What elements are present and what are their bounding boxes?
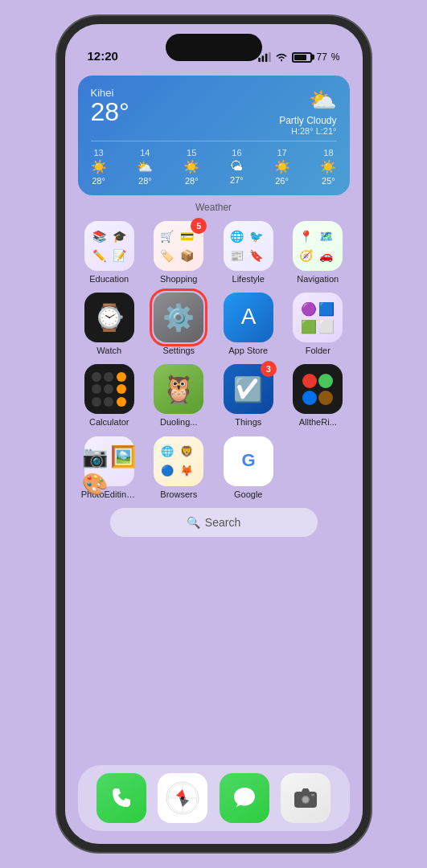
app-grid-row3: Calculator 🦉 Duoling... 3 ☑️ Things xyxy=(78,364,350,428)
shopping-icon: 5 🛒💳 🏷️📦 xyxy=(154,221,203,271)
app-things[interactable]: 3 ☑️ Things xyxy=(217,364,281,428)
phone-frame: 12:20 77% xyxy=(57,16,371,852)
weather-condition-icon: ⛅ xyxy=(279,87,336,113)
svg-rect-3 xyxy=(269,52,272,62)
duolingo-icon: 🦉 xyxy=(154,364,203,414)
folder-label: Folder xyxy=(306,346,331,356)
svg-rect-1 xyxy=(262,55,265,62)
photoediting-icon: 📷🖼️ 🎨 xyxy=(84,436,134,486)
duolingo-label: Duoling... xyxy=(160,417,197,428)
app-lifestyle[interactable]: 🌐🐦 📰🔖 Lifestyle xyxy=(217,221,281,285)
app-folder[interactable]: 🟣🟦 🟩⬜ Folder xyxy=(286,293,350,356)
dock-camera[interactable] xyxy=(281,773,331,823)
alltheri-label: AlltheRi... xyxy=(299,417,337,428)
alltheri-icon xyxy=(293,364,343,414)
appstore-label: App Store xyxy=(228,346,268,356)
orange-circle xyxy=(318,391,333,405)
education-icon: 📚🎓 ✏️📝 xyxy=(84,221,134,271)
camera-icon xyxy=(292,784,319,812)
svg-point-12 xyxy=(181,796,184,800)
app-settings[interactable]: ⚙️ Settings xyxy=(147,293,211,356)
navigation-label: Navigation xyxy=(297,274,339,285)
search-bar[interactable]: 🔍 Search xyxy=(110,508,318,537)
search-label: Search xyxy=(205,516,240,529)
app-appstore[interactable]: A App Store xyxy=(217,293,281,356)
dock-safari[interactable] xyxy=(158,773,207,823)
shopping-label: Shopping xyxy=(160,274,198,285)
dynamic-island xyxy=(166,34,262,61)
app-empty-slot xyxy=(286,436,350,500)
app-alltheri[interactable]: AlltheRi... xyxy=(286,364,350,428)
status-icons: 77% xyxy=(258,51,339,63)
blue-circle xyxy=(302,391,317,405)
appstore-icon: A xyxy=(224,293,273,342)
app-google[interactable]: G Google xyxy=(217,436,281,500)
calculator-icon xyxy=(84,364,134,414)
browsers-icon: 🌐🦁 🔵🦊 xyxy=(154,436,203,486)
app-calculator[interactable]: Calculator xyxy=(78,364,142,428)
education-label: Education xyxy=(89,274,129,285)
things-badge: 3 xyxy=(261,361,277,377)
app-education[interactable]: 📚🎓 ✏️📝 Education xyxy=(78,221,142,285)
forecast-day-6: 18 ☀️ 25° xyxy=(320,148,336,186)
appstore-svg: A xyxy=(234,303,263,332)
battery-icon xyxy=(292,52,312,63)
settings-highlight-ring xyxy=(150,289,207,346)
red-circle xyxy=(302,374,317,388)
app-duolingo[interactable]: 🦉 Duoling... xyxy=(147,364,211,428)
phone-screen: 12:20 77% xyxy=(65,24,363,844)
forecast-day-3: 15 ☀️ 28° xyxy=(183,148,199,186)
app-watch[interactable]: ⌚ Watch xyxy=(78,293,142,356)
safari-icon xyxy=(166,781,199,815)
navigation-icon: 📍🗺️ 🧭🚗 xyxy=(293,221,343,271)
app-browsers[interactable]: 🌐🦁 🔵🦊 Browsers xyxy=(147,436,211,500)
weather-high-low: H:28° L:21° xyxy=(279,126,336,136)
watch-label: Watch xyxy=(96,346,121,356)
forecast-day-4: 16 🌤 27° xyxy=(230,148,244,186)
weather-condition-text: Partly Cloudy xyxy=(279,115,336,126)
things-icon: 3 ☑️ xyxy=(224,364,273,414)
google-label: Google xyxy=(234,489,262,500)
calculator-label: Calculator xyxy=(89,417,129,428)
folder-icon: 🟣🟦 🟩⬜ xyxy=(293,293,343,342)
signal-icon xyxy=(258,52,271,62)
app-photoediting[interactable]: 📷🖼️ 🎨 PhotoEditingSh... xyxy=(78,436,142,500)
svg-rect-16 xyxy=(311,794,314,796)
app-grid-row1: 📚🎓 ✏️📝 Education 5 🛒💳 🏷️📦 Shopping xyxy=(78,221,350,285)
phone-icon xyxy=(109,785,134,811)
dock-messages[interactable] xyxy=(220,773,269,823)
forecast-day-5: 17 ☀️ 26° xyxy=(274,148,290,186)
status-time: 12:20 xyxy=(88,49,118,63)
weather-widget[interactable]: Kihei 28° ⛅ Partly Cloudy H:28° L:21° 13 xyxy=(78,76,350,195)
watch-icon: ⌚ xyxy=(84,293,134,342)
forecast-day-2: 14 ⛅ 28° xyxy=(137,148,153,186)
svg-rect-2 xyxy=(265,54,268,62)
app-grid-row2: ⌚ Watch ⚙️ Settings A xyxy=(78,293,350,356)
svg-text:A: A xyxy=(240,304,256,329)
browsers-label: Browsers xyxy=(160,489,197,500)
lifestyle-label: Lifestyle xyxy=(232,274,265,285)
svg-rect-0 xyxy=(259,58,261,62)
dock xyxy=(78,765,350,831)
app-navigation[interactable]: 📍🗺️ 🧭🚗 Navigation xyxy=(286,221,350,285)
lifestyle-icon: 🌐🐦 📰🔖 xyxy=(224,221,273,271)
google-icon: G xyxy=(224,436,273,486)
battery-percent: 77 xyxy=(316,51,326,63)
app-grid-row4: 📷🖼️ 🎨 PhotoEditingSh... 🌐🦁 🔵🦊 Browsers xyxy=(78,436,350,500)
app-shopping[interactable]: 5 🛒💳 🏷️📦 Shopping xyxy=(147,221,211,285)
weather-widget-label: Weather xyxy=(78,202,350,213)
forecast-day-1: 13 ☀️ 28° xyxy=(91,148,107,186)
settings-icon: ⚙️ xyxy=(154,293,203,342)
dock-phone[interactable] xyxy=(96,773,146,823)
settings-label: Settings xyxy=(162,346,195,356)
weather-location: Kihei xyxy=(91,87,129,99)
svg-text:G: G xyxy=(241,450,255,470)
things-label: Things xyxy=(235,417,261,428)
empty-icon xyxy=(293,436,343,486)
weather-forecast: 13 ☀️ 28° 14 ⛅ 28° 15 ☀️ 28° xyxy=(91,141,337,186)
google-logo-svg: G xyxy=(232,445,265,477)
home-screen-content: Kihei 28° ⛅ Partly Cloudy H:28° L:21° 13 xyxy=(65,69,363,844)
weather-temperature: 28° xyxy=(91,99,129,125)
messages-icon xyxy=(231,784,258,812)
shopping-badge: 5 xyxy=(191,218,207,234)
